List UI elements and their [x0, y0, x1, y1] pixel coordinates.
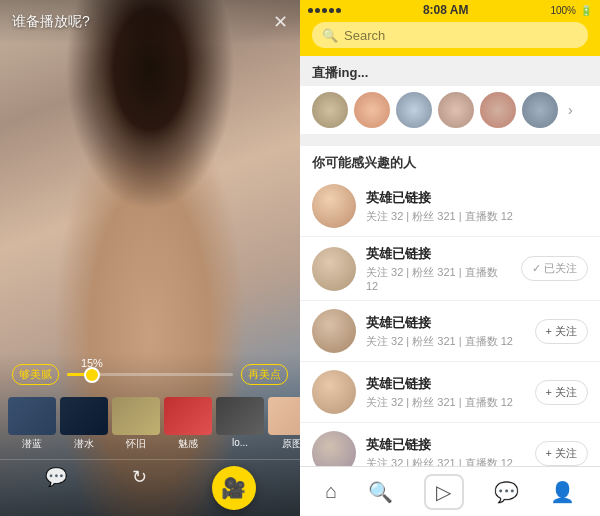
live-section: ›: [300, 86, 600, 134]
beauty-slider-row: 够美腻 15% 再美点: [0, 360, 300, 389]
avatar-face: [312, 247, 356, 291]
search-icon: 🔍: [322, 28, 338, 43]
user-stats: 关注 32 | 粉丝 321 | 直播数 12: [366, 265, 511, 292]
user-name: 英雄已链接: [366, 375, 525, 393]
refresh-icon[interactable]: ↻: [132, 466, 147, 510]
filter-thumb: [216, 397, 264, 435]
filter-thumb: [268, 397, 300, 435]
live-avatar[interactable]: [312, 92, 348, 128]
camera-icon: 🎥: [221, 476, 246, 500]
user-stats: 关注 32 | 粉丝 321 | 直播数 12: [366, 334, 525, 349]
status-time: 8:08 AM: [423, 3, 469, 17]
dot2: [315, 8, 320, 13]
user-name: 英雄已链接: [366, 314, 525, 332]
slider-left-label: 够美腻: [12, 364, 59, 385]
camera-button[interactable]: 🎥: [212, 466, 256, 510]
user-item: 英雄已链接 关注 32 | 粉丝 321 | 直播数 12 + 关注: [300, 423, 600, 466]
search-inner[interactable]: 🔍 Search: [312, 22, 588, 48]
user-avatar[interactable]: [312, 309, 356, 353]
filter-row: 潜蓝 潜水 怀旧 魅感 lo... 原图: [0, 393, 300, 459]
dot5: [336, 8, 341, 13]
filter-item[interactable]: 怀旧: [112, 397, 160, 451]
close-button[interactable]: ✕: [273, 11, 288, 33]
follow-button[interactable]: + 关注: [535, 380, 588, 405]
avatar-face: [312, 92, 348, 128]
user-item: 英雄已链接 关注 32 | 粉丝 321 | 直播数 12 + 关注: [300, 301, 600, 362]
dot4: [329, 8, 334, 13]
user-item: 英雄已链接 关注 32 | 粉丝 321 | 直播数 12: [300, 176, 600, 237]
search-nav-icon: 🔍: [368, 480, 393, 504]
filter-item[interactable]: lo...: [216, 397, 264, 451]
bottom-nav-right: ⌂ 🔍 ▷ 💬 👤: [300, 466, 600, 516]
user-stats: 关注 32 | 粉丝 321 | 直播数 12: [366, 209, 588, 224]
filter-name: 魅感: [164, 437, 212, 451]
live-avatar[interactable]: [480, 92, 516, 128]
user-info: 英雄已链接 关注 32 | 粉丝 321 | 直播数 12: [366, 245, 511, 292]
filter-item[interactable]: 潜水: [60, 397, 108, 451]
user-info: 英雄已链接 关注 32 | 粉丝 321 | 直播数 12: [366, 314, 525, 349]
signal-dots: [308, 8, 341, 13]
avatar-face: [396, 92, 432, 128]
content-area: 直播ing... › 你可能感兴趣的人 英雄已链接 关注 32 | 粉丝 321…: [300, 56, 600, 466]
user-info: 英雄已链接 关注 32 | 粉丝 321 | 直播数 12: [366, 436, 525, 467]
user-avatar[interactable]: [312, 370, 356, 414]
search-placeholder: Search: [344, 28, 385, 43]
left-panel: 谁备播放呢? ✕ 够美腻 15% 再美点 潜蓝 潜水 怀旧 魅感: [0, 0, 300, 516]
live-avatar[interactable]: [396, 92, 432, 128]
live-icon: ▷: [436, 480, 451, 504]
filter-item[interactable]: 原图: [268, 397, 300, 451]
user-info: 英雄已链接 关注 32 | 粉丝 321 | 直播数 12: [366, 189, 588, 224]
live-avatar[interactable]: [354, 92, 390, 128]
avatar-face: [354, 92, 390, 128]
follow-button[interactable]: ✓ 已关注: [521, 256, 588, 281]
user-item: 英雄已链接 关注 32 | 粉丝 321 | 直播数 12 ✓ 已关注: [300, 237, 600, 301]
stream-title: 谁备播放呢?: [12, 13, 90, 31]
top-bar: 谁备播放呢? ✕: [0, 0, 300, 44]
user-avatar[interactable]: [312, 247, 356, 291]
dot1: [308, 8, 313, 13]
slider-thumb[interactable]: [84, 367, 100, 383]
chat-nav-icon: 💬: [494, 480, 519, 504]
user-avatar[interactable]: [312, 431, 356, 466]
chat-icon[interactable]: 💬: [45, 466, 67, 510]
nav-chat[interactable]: 💬: [494, 480, 519, 504]
left-bottom-nav: 💬 ↻ 🎥: [0, 459, 300, 516]
live-section-title: 直播ing...: [300, 56, 600, 86]
user-item: 英雄已链接 关注 32 | 粉丝 321 | 直播数 12 + 关注: [300, 362, 600, 423]
follow-button[interactable]: + 关注: [535, 319, 588, 344]
avatar-face: [438, 92, 474, 128]
user-info: 英雄已链接 关注 32 | 粉丝 321 | 直播数 12: [366, 375, 525, 410]
battery-icon: 🔋: [580, 5, 592, 16]
live-more-icon[interactable]: ›: [568, 92, 588, 128]
nav-search[interactable]: 🔍: [368, 480, 393, 504]
filter-thumb: [8, 397, 56, 435]
search-bar-container: 🔍 Search: [300, 20, 600, 56]
status-right: 100% 🔋: [550, 5, 592, 16]
live-avatar[interactable]: [438, 92, 474, 128]
nav-home[interactable]: ⌂: [325, 480, 337, 503]
filter-item[interactable]: 魅感: [164, 397, 212, 451]
user-name: 英雄已链接: [366, 245, 511, 263]
filter-thumb: [60, 397, 108, 435]
filter-thumb: [112, 397, 160, 435]
live-avatar[interactable]: [522, 92, 558, 128]
user-stats: 关注 32 | 粉丝 321 | 直播数 12: [366, 456, 525, 467]
avatar-face: [312, 309, 356, 353]
follow-button[interactable]: + 关注: [535, 441, 588, 466]
avatar-face: [312, 431, 356, 466]
avatar-face: [522, 92, 558, 128]
status-bar: 8:08 AM 100% 🔋: [300, 0, 600, 20]
filter-name: 潜水: [60, 437, 108, 451]
filter-thumb: [164, 397, 212, 435]
avatar-face: [312, 370, 356, 414]
filter-item[interactable]: 潜蓝: [8, 397, 56, 451]
filter-name: 怀旧: [112, 437, 160, 451]
user-stats: 关注 32 | 粉丝 321 | 直播数 12: [366, 395, 525, 410]
user-list: 英雄已链接 关注 32 | 粉丝 321 | 直播数 12 英雄已链接 关注 3…: [300, 176, 600, 466]
avatar-face: [312, 184, 356, 228]
filter-name: 潜蓝: [8, 437, 56, 451]
beauty-slider[interactable]: 15%: [67, 373, 233, 376]
nav-live[interactable]: ▷: [424, 474, 464, 510]
nav-profile[interactable]: 👤: [550, 480, 575, 504]
user-avatar[interactable]: [312, 184, 356, 228]
